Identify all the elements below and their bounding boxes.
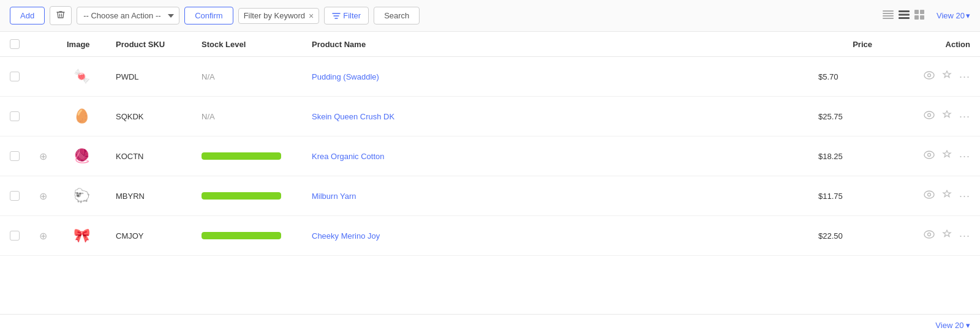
svg-point-11 [924,72,934,79]
more-options-icon[interactable]: ··· [959,190,970,203]
row-action-cell: ··· [882,97,980,136]
action-select[interactable]: -- Choose an Action -- [77,7,179,24]
view-icon[interactable] [924,190,935,201]
list-dense-icon[interactable] [883,10,894,21]
row-sku-cell: MBYRN [106,176,192,216]
row-stock-cell [192,216,302,256]
row-image-cell: 🍬 [57,57,106,97]
product-price: $22.50 [818,231,843,241]
row-checkbox-cell [0,176,29,216]
view-icon[interactable] [924,151,935,162]
row-action-cell: ··· [882,136,980,176]
search-button[interactable]: Search [374,7,420,24]
product-sku: PWDL [116,72,139,81]
filter-label: Filter [343,11,361,20]
row-checkbox[interactable] [10,231,20,241]
row-plus-cell: ⊕ [29,216,57,256]
row-image-cell: 🥚 [57,97,106,136]
view-count-label: View 20 [937,11,965,20]
filter-button[interactable]: Filter [324,7,369,24]
confirm-button[interactable]: Confirm [184,7,233,24]
row-checkbox[interactable] [10,191,20,201]
header-checkbox-col [0,32,29,57]
more-options-icon[interactable]: ··· [959,230,970,242]
clear-filter-icon[interactable]: × [309,11,314,21]
row-action-cell: ··· [882,216,980,256]
products-table: Image Product SKU Stock Level Product Na… [0,32,980,256]
product-image: 🎀 [67,225,96,247]
expand-icon[interactable]: ⊕ [39,191,47,201]
row-name-cell: Pudding (Swaddle) [302,57,809,97]
header-action: Action [882,32,980,57]
row-sku-cell: CMJOY [106,216,192,256]
grid-icon[interactable] [914,10,924,22]
row-price-cell: $5.70 [809,57,882,97]
svg-point-12 [927,74,930,77]
row-price-cell: $22.50 [809,216,882,256]
delete-button[interactable] [50,6,72,25]
view-icon[interactable] [924,71,935,82]
footer-view-label: View 20 ▾ [935,321,970,330]
select-all-checkbox[interactable] [10,39,20,49]
product-image: 🐑 [67,185,96,207]
product-name-link[interactable]: Krea Organic Cotton [312,152,385,161]
row-price-cell: $11.75 [809,176,882,216]
star-icon[interactable] [942,70,952,83]
view-icon[interactable] [924,230,935,241]
row-checkbox-cell [0,136,29,176]
product-name-link[interactable]: Milburn Yarn [312,192,356,201]
view-count-button[interactable]: View 20 ▾ [937,11,970,20]
table-footer: View 20 ▾ [0,314,980,336]
toolbar: Add -- Choose an Action -- Confirm Filte… [0,0,980,32]
svg-point-19 [924,231,934,238]
list-icon[interactable] [899,10,910,21]
svg-point-20 [927,233,930,236]
row-checkbox[interactable] [10,72,20,81]
row-stock-cell [192,136,302,176]
stock-bar-wrap [202,192,281,200]
row-sku-cell: PWDL [106,57,192,97]
row-name-cell: Skein Queen Crush DK [302,97,809,136]
expand-icon[interactable]: ⊕ [39,231,47,241]
row-actions: ··· [892,190,970,203]
more-options-icon[interactable]: ··· [959,150,970,163]
product-sku: KOCTN [116,152,144,161]
svg-rect-3 [883,18,894,19]
svg-point-13 [924,111,934,119]
product-name-link[interactable]: Pudding (Swaddle) [312,72,379,81]
row-stock-cell [192,176,302,216]
product-image: 🧶 [67,145,96,167]
svg-point-17 [924,191,934,198]
product-name-link[interactable]: Skein Queen Crush DK [312,112,394,121]
row-checkbox-cell [0,57,29,97]
svg-rect-8 [920,10,924,14]
row-plus-cell [29,57,57,97]
star-icon[interactable] [942,230,952,242]
expand-icon[interactable]: ⊕ [39,151,47,162]
stock-na-label: N/A [202,72,215,81]
star-icon[interactable] [942,190,952,202]
table-row: 🍬PWDLN/APudding (Swaddle)$5.70 ··· [0,57,980,97]
table-row: ⊕🧶KOCTNKrea Organic Cotton$18.25 ··· [0,136,980,176]
star-icon[interactable] [942,150,952,162]
footer-view-button[interactable]: View 20 ▾ [935,321,970,330]
product-price: $25.75 [818,112,843,121]
row-name-cell: Milburn Yarn [302,176,809,216]
product-sku: SQKDK [116,112,144,121]
row-checkbox[interactable] [10,151,20,161]
add-button[interactable]: Add [10,7,45,24]
row-checkbox[interactable] [10,111,20,121]
header-image: Image [57,32,106,57]
main-container: Add -- Choose an Action -- Confirm Filte… [0,0,980,336]
filter-icon [332,12,341,20]
more-options-icon[interactable]: ··· [959,110,970,123]
more-options-icon[interactable]: ··· [959,70,970,83]
product-name-link[interactable]: Cheeky Merino Joy [312,231,380,241]
svg-rect-6 [899,17,910,19]
star-icon[interactable] [942,110,952,122]
table-header-row: Image Product SKU Stock Level Product Na… [0,32,980,57]
view-icon[interactable] [924,111,935,122]
stock-bar [202,192,281,200]
row-sku-cell: KOCTN [106,136,192,176]
row-sku-cell: SQKDK [106,97,192,136]
